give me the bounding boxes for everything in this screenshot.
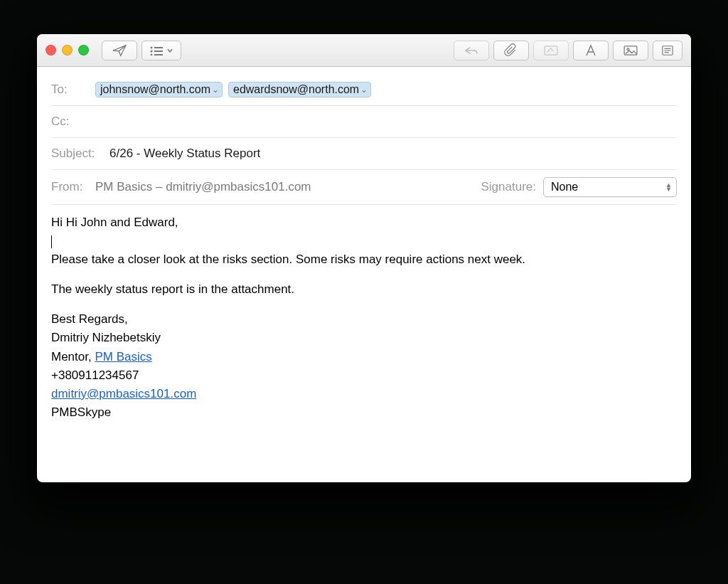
minimize-window-button[interactable] (62, 45, 73, 55)
signature-role: Mentor, PM Basics (51, 349, 677, 365)
header-fields-button[interactable] (141, 41, 181, 60)
signature-group: Signature: None ▲▼ (481, 177, 678, 197)
list-icon (149, 46, 164, 55)
subject-value: 6/26 - Weekly Status Report (109, 147, 260, 161)
svg-rect-3 (154, 51, 163, 52)
paper-plane-icon (112, 44, 127, 57)
format-button[interactable] (573, 41, 609, 60)
subject-label: Subject: (51, 147, 104, 161)
to-row[interactable]: To: johnsnow@north.com ⌄ edwardsnow@nort… (51, 74, 677, 106)
stationery-button[interactable] (653, 41, 682, 60)
toolbar-right-group (454, 41, 682, 60)
subject-row[interactable]: Subject: 6/26 - Weekly Status Report (51, 138, 677, 170)
to-label: To: (51, 83, 90, 97)
recipient-email: edwardsnow@north.com (233, 83, 359, 96)
message-body[interactable]: Hi Hi John and Edward, Please take a clo… (37, 205, 691, 482)
stationery-icon (661, 45, 674, 56)
chevron-down-icon: ⌄ (360, 85, 368, 95)
recipient-email: johnsnow@north.com (100, 83, 210, 96)
stepper-arrows-icon: ▲▼ (665, 183, 672, 191)
text-cursor (51, 235, 52, 248)
attach-button[interactable] (493, 41, 529, 60)
from-label: From: (51, 180, 90, 194)
signature-email-link[interactable]: dmitriy@pmbasics101.com (51, 387, 196, 400)
font-a-icon (584, 44, 598, 57)
cc-row[interactable]: Cc: (51, 106, 677, 138)
svg-point-0 (151, 46, 153, 48)
markup-icon (543, 45, 559, 56)
body-paragraph: The weekly status report is in the attac… (51, 282, 677, 297)
svg-point-2 (151, 50, 153, 52)
signature-selected: None (551, 181, 578, 193)
svg-rect-5 (154, 54, 163, 55)
signature-name: Dmitriy Nizhebetskiy (51, 330, 677, 346)
svg-point-8 (627, 48, 629, 50)
photo-browser-button[interactable] (613, 41, 648, 60)
chevron-down-icon: ⌄ (212, 85, 219, 95)
image-icon (623, 45, 638, 56)
signature-skype: PMBSkype (51, 405, 677, 420)
pm-basics-link[interactable]: PM Basics (95, 350, 151, 363)
signature-select[interactable]: None ▲▼ (543, 177, 677, 197)
message-headers: To: johnsnow@north.com ⌄ edwardsnow@nort… (37, 67, 691, 205)
zoom-window-button[interactable] (78, 45, 89, 55)
signature-label: Signature: (481, 180, 537, 194)
chevron-down-icon (166, 47, 173, 54)
mail-compose-window: To: johnsnow@north.com ⌄ edwardsnow@nort… (37, 34, 691, 482)
svg-rect-1 (154, 47, 163, 48)
toolbar-left-group (102, 41, 181, 60)
recipient-chip[interactable]: edwardsnow@north.com ⌄ (228, 82, 371, 97)
signature-phone: +380911234567 (51, 368, 677, 383)
markup-button[interactable] (533, 41, 569, 60)
reply-arrow-icon (464, 45, 479, 56)
window-titlebar (37, 34, 691, 67)
send-button[interactable] (102, 41, 137, 60)
paperclip-icon (504, 43, 518, 58)
from-row: From: PM Basics – dmitriy@pmbasics101.co… (51, 170, 677, 205)
close-window-button[interactable] (46, 45, 56, 55)
from-value[interactable]: PM Basics – dmitriy@pmbasics101.com (95, 180, 311, 194)
cc-label: Cc: (51, 115, 90, 129)
closing-line: Best Regards, (51, 312, 677, 327)
recipient-chip[interactable]: johnsnow@north.com ⌄ (95, 82, 223, 97)
window-controls (46, 45, 89, 55)
body-greeting: Hi Hi John and Edward, (51, 215, 677, 230)
reply-button[interactable] (454, 41, 489, 60)
svg-point-4 (151, 53, 153, 55)
body-paragraph: Please take a closer look at the risks s… (51, 252, 677, 267)
